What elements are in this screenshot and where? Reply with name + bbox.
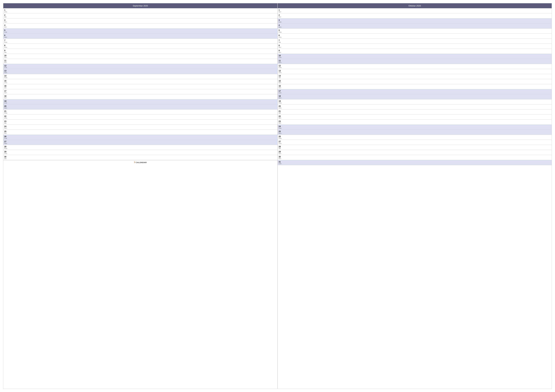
day-row[interactable]: 22UTO bbox=[3, 114, 277, 120]
day-row[interactable]: 10SUB bbox=[278, 54, 552, 59]
day-number: 13 bbox=[279, 70, 285, 72]
day-name: ČET bbox=[4, 128, 11, 129]
day-row[interactable]: 20UTO bbox=[278, 105, 552, 110]
day-row[interactable]: 3SUB bbox=[278, 19, 552, 24]
day-name: UTO bbox=[279, 107, 285, 109]
day-name: PON bbox=[4, 112, 11, 114]
day-info: 5SUB bbox=[4, 29, 11, 33]
day-row[interactable]: 3ČET bbox=[3, 19, 277, 24]
day-row[interactable]: 14SRI bbox=[278, 74, 552, 79]
day-info: 18PET bbox=[4, 95, 11, 99]
day-name: PET bbox=[279, 158, 285, 159]
day-info: 11PET bbox=[4, 60, 11, 63]
day-number: 7 bbox=[4, 39, 11, 42]
day-row[interactable]: 29UTO bbox=[3, 150, 277, 155]
day-name: PON bbox=[4, 77, 11, 78]
day-info: 12PON bbox=[279, 65, 285, 68]
day-info: 28SRI bbox=[279, 146, 285, 149]
day-number: 10 bbox=[4, 55, 11, 57]
day-row[interactable]: 27NED bbox=[3, 140, 277, 145]
day-row[interactable]: 22ČET bbox=[278, 114, 552, 120]
day-row[interactable]: 25PET bbox=[3, 130, 277, 135]
day-row[interactable]: 4NED bbox=[278, 24, 552, 29]
day-row[interactable]: 16PET bbox=[278, 84, 552, 89]
day-number: 12 bbox=[4, 65, 11, 67]
day-row[interactable]: 1UTO bbox=[3, 8, 277, 14]
day-row[interactable]: 23SRI bbox=[3, 120, 277, 125]
day-row[interactable]: 30PET bbox=[278, 155, 552, 160]
day-row[interactable]: 20NED bbox=[3, 105, 277, 110]
day-row[interactable]: 19PON bbox=[278, 100, 552, 105]
day-number: 29 bbox=[4, 151, 11, 153]
day-row[interactable]: 5SUB bbox=[3, 29, 277, 34]
day-row[interactable]: 11PET bbox=[3, 59, 277, 64]
day-number: 19 bbox=[4, 100, 11, 102]
day-info: 26SUB bbox=[4, 135, 11, 139]
day-row[interactable]: 2PET bbox=[278, 14, 552, 19]
day-info: 7SRI bbox=[279, 39, 285, 43]
day-name: SRI bbox=[279, 112, 285, 114]
day-row[interactable]: 18NED bbox=[278, 94, 552, 100]
day-row[interactable]: 17SUB bbox=[278, 89, 552, 94]
day-row[interactable]: 31SUB bbox=[278, 160, 552, 165]
day-name: ČET bbox=[279, 117, 285, 119]
day-row[interactable]: 17ČET bbox=[3, 89, 277, 94]
day-row[interactable]: 4PET bbox=[3, 24, 277, 29]
day-row[interactable]: 8ČET bbox=[278, 44, 552, 49]
day-row[interactable]: 9SRI bbox=[3, 49, 277, 54]
day-name: PON bbox=[279, 102, 285, 104]
day-row[interactable]: 28PON bbox=[3, 145, 277, 150]
day-number: 5 bbox=[279, 29, 285, 31]
day-row[interactable]: 10ČET bbox=[3, 54, 277, 59]
day-row[interactable]: 9PET bbox=[278, 49, 552, 54]
day-row[interactable]: 6UTO bbox=[278, 34, 552, 39]
day-row[interactable]: 7PON bbox=[3, 39, 277, 44]
day-row[interactable]: 12SUB bbox=[3, 64, 277, 69]
day-info: 1UTO bbox=[4, 9, 11, 13]
day-number: 23 bbox=[279, 120, 285, 122]
day-row[interactable]: 21SRI bbox=[278, 110, 552, 114]
day-info: 12SUB bbox=[4, 65, 11, 68]
day-row[interactable]: 12PON bbox=[278, 64, 552, 69]
day-row[interactable]: 26PON bbox=[278, 135, 552, 140]
day-row[interactable]: 13NED bbox=[3, 69, 277, 74]
day-info: 15ČET bbox=[279, 80, 285, 84]
day-row[interactable]: 24SUB bbox=[278, 125, 552, 130]
day-row[interactable]: 1ČET bbox=[278, 8, 552, 14]
day-row[interactable]: 19SUB bbox=[3, 100, 277, 105]
calendar-container: Septembar 20201UTO2SRI3ČET4PET5SUB6NED7P… bbox=[0, 0, 555, 392]
day-row[interactable]: 15ČET bbox=[278, 79, 552, 84]
day-row[interactable]: 11NED bbox=[278, 59, 552, 64]
day-row[interactable]: 6NED bbox=[3, 34, 277, 39]
day-row[interactable]: 15UTO bbox=[3, 79, 277, 84]
day-number: 1 bbox=[4, 9, 11, 11]
day-row[interactable]: 27UTO bbox=[278, 140, 552, 145]
day-row[interactable]: 5PON bbox=[278, 29, 552, 34]
day-row[interactable]: 2SRI bbox=[3, 14, 277, 19]
day-info: 19PON bbox=[279, 100, 285, 104]
day-row[interactable]: 18PET bbox=[3, 94, 277, 100]
day-row[interactable]: 13UTO bbox=[278, 69, 552, 74]
day-row[interactable]: 21PON bbox=[3, 110, 277, 114]
day-info: 8UTO bbox=[4, 44, 11, 48]
day-row[interactable]: 7SRI bbox=[278, 39, 552, 44]
day-info: 17ČET bbox=[4, 90, 11, 93]
day-number: 1 bbox=[279, 9, 285, 11]
day-name: PET bbox=[279, 122, 285, 124]
month-header-0: Septembar 2020 bbox=[3, 3, 277, 8]
day-row[interactable]: 29ČET bbox=[278, 150, 552, 155]
day-number: 16 bbox=[279, 85, 285, 87]
day-row[interactable]: 30SRI bbox=[3, 155, 277, 160]
day-row[interactable]: 28SRI bbox=[278, 145, 552, 150]
day-row[interactable]: 26SUB bbox=[3, 135, 277, 140]
day-row[interactable]: 24ČET bbox=[3, 125, 277, 130]
day-name: UTO bbox=[279, 143, 285, 144]
day-row[interactable]: 16SRI bbox=[3, 84, 277, 89]
day-name: PON bbox=[279, 67, 285, 68]
day-info: 8ČET bbox=[279, 44, 285, 48]
day-row[interactable]: 23PET bbox=[278, 120, 552, 125]
day-row[interactable]: 25NED bbox=[278, 130, 552, 135]
day-number: 19 bbox=[279, 100, 285, 102]
day-row[interactable]: 14PON bbox=[3, 74, 277, 79]
day-row[interactable]: 8UTO bbox=[3, 44, 277, 49]
